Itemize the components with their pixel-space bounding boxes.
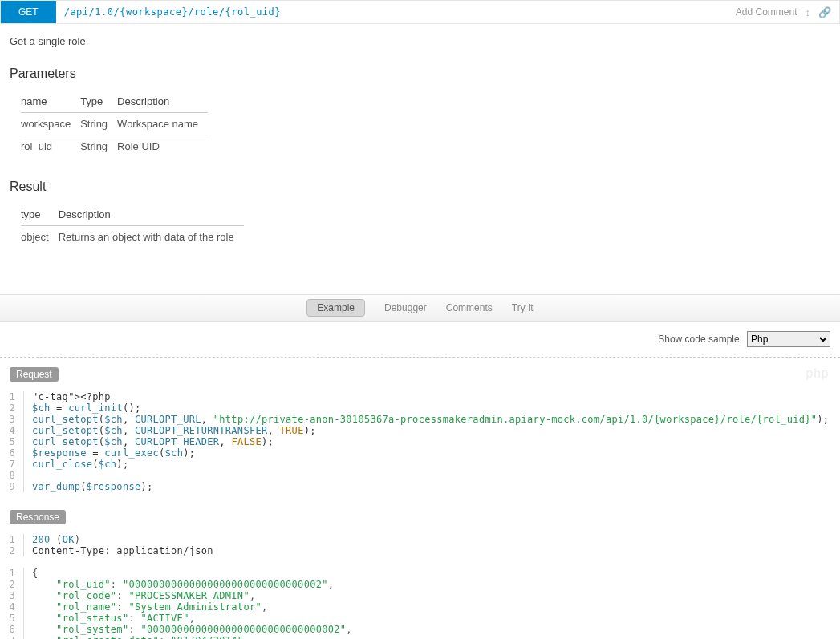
cell: workspace [21,113,80,135]
code-line: 2 "rol_uid": "00000000000000000000000000… [0,579,840,590]
http-method-badge: GET [1,1,56,23]
response-label: Response [10,510,66,524]
code-line: 3curl_setopt($ch, CURLOPT_URL, "http://p… [0,414,840,425]
code-line: 7curl_close($ch); [0,459,840,470]
cell: String [80,135,117,158]
code-line: 6 "rol_system": "00000000000000000000000… [0,624,840,635]
cell: String [80,113,117,135]
cell: Returns an object with data of the role [59,226,244,249]
table-row: workspaceStringWorkspace name [21,113,208,135]
col-desc: Description [117,91,208,113]
result-heading: Result [10,180,830,194]
language-watermark: php [806,358,840,381]
add-comment-link[interactable]: Add Comment [736,6,797,18]
tabs-bar: Example Debugger Comments Try It [0,294,840,322]
code-line: 5curl_setopt($ch, CURLOPT_HEADER, FALSE)… [0,436,840,447]
cell: Workspace name [117,113,208,135]
code-line: 7 "rol_create_date": "01/04/2014", [0,635,840,639]
parameters-heading: Parameters [10,67,830,81]
col-desc: Description [59,204,244,226]
endpoint-header: GET /api/1.0/{workspace}/role/{rol_uid} … [0,0,840,24]
code-line: 5 "rol_status": "ACTIVE", [0,613,840,624]
code-sample-select[interactable]: Php [747,331,830,347]
tab-comments[interactable]: Comments [446,302,493,313]
code-line: 2Content-Type: application/json [0,545,840,556]
code-line: 6$response = curl_exec($ch); [0,447,840,459]
col-type: type [21,204,59,226]
col-type: Type [80,91,117,113]
result-table: type Description objectReturns an object… [21,204,244,248]
code-line: 4 "rol_name": "System Administrator", [0,601,840,613]
code-line: 2$ch = curl_init(); [0,402,840,414]
resize-icon[interactable]: ↕ [806,6,811,18]
tab-tryit[interactable]: Try It [512,302,534,313]
parameters-table: name Type Description workspaceStringWor… [21,91,208,157]
endpoint-description: Get a single role. [10,35,830,47]
table-row: objectReturns an object with data of the… [21,226,244,249]
code-line: 8 [0,470,840,481]
table-row: rol_uidStringRole UID [21,135,208,158]
code-line: 4curl_setopt($ch, CURLOPT_RETURNTRANSFER… [0,425,840,436]
endpoint-path: /api/1.0/{workspace}/role/{rol_uid} [56,6,281,18]
code-sample-bar: Show code sample Php [0,322,840,358]
code-line: 9var_dump($response); [0,481,840,492]
response-http-block: 1200 (OK)2Content-Type: application/json [0,531,840,564]
tab-example[interactable]: Example [306,299,365,317]
request-code-block: 1"c-tag"><?php2$ch = curl_init();3curl_s… [0,388,840,500]
cell: rol_uid [21,135,80,158]
cell: Role UID [117,135,208,158]
code-line: 1"c-tag"><?php [0,391,840,402]
permalink-icon[interactable]: 🔗 [818,6,831,18]
cell: object [21,226,59,249]
col-name: name [21,91,80,113]
code-line: 1{ [0,568,840,579]
response-body-block: 1{2 "rol_uid": "000000000000000000000000… [0,564,840,639]
code-sample-label: Show code sample [658,334,739,345]
tab-debugger[interactable]: Debugger [384,302,427,313]
code-line: 1200 (OK) [0,534,840,545]
request-label: Request [10,367,59,382]
code-line: 3 "rol_code": "PROCESSMAKER_ADMIN", [0,590,840,601]
